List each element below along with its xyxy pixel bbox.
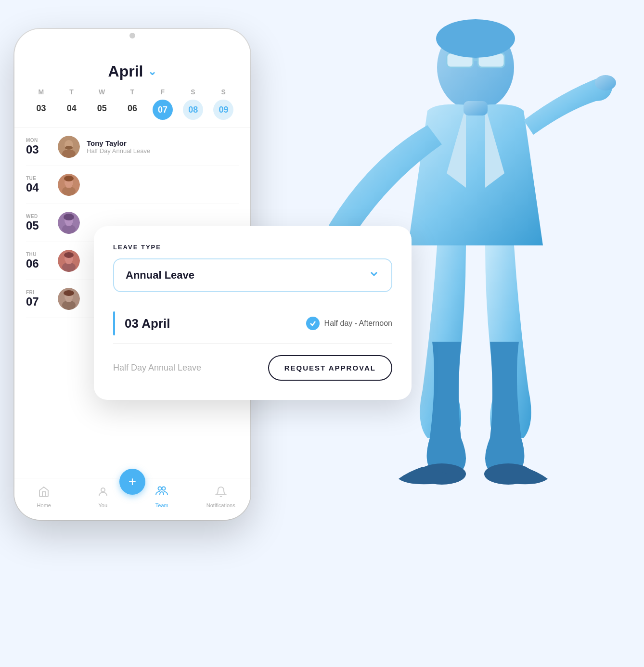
month-label: April: [108, 63, 143, 80]
nav-you-label: You: [98, 502, 107, 508]
svg-point-34: [64, 290, 74, 296]
day-num-06: 06: [26, 257, 51, 270]
svg-point-14: [65, 146, 73, 150]
home-icon: [38, 486, 50, 500]
svg-point-19: [64, 176, 74, 181]
date-05[interactable]: 05: [87, 100, 117, 120]
schedule-date-fri: FRI 07: [26, 290, 51, 308]
avatar-tue: [58, 174, 80, 196]
svg-rect-5: [464, 101, 488, 115]
day-num-03: 03: [26, 143, 51, 156]
day-name-wed: WED: [26, 214, 51, 219]
selected-date: 03 April: [125, 316, 306, 331]
schedule-info-tony: Tony Taylor Half Day Annual Leave: [87, 139, 239, 154]
leave-type-heading: LEAVE TYPE: [113, 244, 392, 251]
month-dropdown-icon[interactable]: ⌄: [148, 65, 156, 78]
svg-rect-23: [66, 222, 72, 226]
schedule-item-mon: MON 03 Tony Tayl: [26, 128, 239, 166]
svg-point-36: [158, 487, 162, 490]
avatar-thu: [58, 250, 80, 272]
half-day-option-label: Half day - Afternoon: [324, 319, 392, 328]
day-header-f: F: [148, 88, 178, 96]
date-row: 03 04 05 06 07 08 09: [14, 100, 250, 120]
you-icon: [97, 486, 109, 500]
date-selection-row: 03 April Half day - Afternoon: [113, 304, 392, 344]
half-day-selector[interactable]: Half day - Afternoon: [306, 317, 392, 330]
day-name-fri: FRI: [26, 290, 51, 295]
day-header-t2: T: [117, 88, 147, 96]
date-07-active[interactable]: 07: [153, 100, 173, 120]
day-num-07: 07: [26, 295, 51, 308]
day-header-w: W: [87, 88, 117, 96]
avatar-fri: [58, 288, 80, 310]
day-name-mon: MON: [26, 138, 51, 143]
fab-add-button[interactable]: +: [119, 469, 145, 495]
nav-team[interactable]: Team: [147, 484, 176, 508]
day-name-tue: TUE: [26, 176, 51, 181]
nav-notifications-label: Notifications: [206, 502, 235, 508]
summary-label: Half Day Annual Leave: [113, 363, 201, 373]
svg-point-37: [162, 487, 166, 490]
nav-you[interactable]: You: [89, 486, 117, 508]
nav-notifications[interactable]: Notifications: [206, 486, 235, 508]
modal-footer: Half Day Annual Leave REQUEST APPROVAL: [113, 355, 392, 381]
day-header-m: M: [26, 88, 56, 96]
svg-rect-18: [66, 184, 72, 188]
leave-type-dropdown[interactable]: Annual Leave: [113, 258, 392, 292]
request-approval-button[interactable]: REQUEST APPROVAL: [268, 355, 392, 381]
bell-icon: [215, 486, 227, 500]
date-06[interactable]: 06: [117, 100, 147, 120]
day-num-05: 05: [26, 219, 51, 232]
phone-notch: [94, 29, 171, 45]
svg-rect-33: [66, 298, 72, 302]
day-header-s1: S: [178, 88, 208, 96]
svg-point-24: [64, 214, 74, 220]
day-headers: M T W T F S S: [14, 88, 250, 96]
dropdown-chevron-icon: [368, 268, 380, 282]
nav-home-label: Home: [37, 502, 51, 508]
tony-leave: Half Day Annual Leave: [87, 147, 239, 154]
svg-point-29: [64, 252, 74, 258]
leave-type-value: Annual Leave: [126, 269, 194, 282]
check-circle-icon: [306, 317, 320, 330]
schedule-date-thu: THU 06: [26, 252, 51, 270]
date-08[interactable]: 08: [183, 100, 203, 120]
calendar-header: April ⌄: [14, 53, 250, 88]
svg-point-4: [436, 19, 515, 58]
svg-point-7: [595, 75, 616, 90]
schedule-date-mon: MON 03: [26, 138, 51, 156]
svg-point-35: [101, 488, 105, 492]
day-name-thu: THU: [26, 252, 51, 257]
schedule-item-tue: TUE 04: [26, 166, 239, 204]
day-num-04: 04: [26, 181, 51, 194]
date-09[interactable]: 09: [213, 100, 233, 120]
nav-home[interactable]: Home: [29, 486, 58, 508]
leave-request-modal: LEAVE TYPE Annual Leave 03 April Half da…: [94, 226, 412, 400]
date-03[interactable]: 03: [26, 100, 56, 120]
tony-name: Tony Taylor: [87, 139, 239, 147]
avatar-tony: [58, 136, 80, 158]
date-left-indicator: [113, 311, 115, 335]
nav-team-label: Team: [155, 502, 168, 508]
svg-rect-28: [66, 260, 72, 264]
date-04[interactable]: 04: [56, 100, 87, 120]
day-header-t1: T: [56, 88, 87, 96]
schedule-date-tue: TUE 04: [26, 176, 51, 194]
avatar-wed: [58, 212, 80, 234]
day-header-s2: S: [208, 88, 239, 96]
schedule-date-wed: WED 05: [26, 214, 51, 232]
team-icon: [155, 484, 168, 500]
month-title[interactable]: April ⌄: [108, 63, 157, 80]
